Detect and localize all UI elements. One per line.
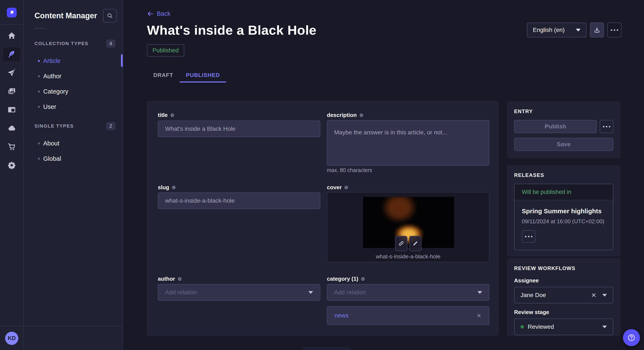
cover-field-label: cover — [327, 184, 348, 191]
assignee-select[interactable]: Jane Doe — [514, 287, 613, 303]
clear-assignee-icon[interactable] — [591, 292, 597, 298]
search-icon — [107, 12, 113, 19]
locale-value: English (en) — [533, 26, 564, 33]
single-types-list: About Global — [24, 136, 123, 166]
user-avatar[interactable]: KD — [5, 332, 18, 345]
nav-item-label: Global — [43, 155, 61, 162]
field-label-text: author — [158, 276, 175, 282]
description-textarea[interactable]: Maybe the answer is in this article, or … — [327, 120, 490, 166]
content-manager-sidebar: Content Manager COLLECTION TYPES 4 Artic… — [24, 0, 123, 350]
sidebar-item-releases[interactable] — [3, 66, 20, 80]
title-field-label: title — [158, 112, 174, 118]
sidebar-item-category[interactable]: Category — [24, 84, 123, 99]
description-helper: max. 80 characters — [327, 167, 372, 173]
cloud-icon — [7, 124, 16, 133]
sidebar-item-author[interactable]: Author — [24, 68, 123, 84]
sidebar-item-content-type-builder[interactable] — [3, 103, 20, 117]
collapsed-panel-peek[interactable] — [302, 347, 352, 350]
bullet-icon — [38, 60, 40, 62]
tab-published[interactable]: PUBLISHED — [180, 68, 226, 82]
category-relation-item: news — [327, 306, 490, 325]
search-button[interactable] — [103, 9, 117, 22]
strapi-logo-icon — [9, 10, 14, 15]
edit-media-button[interactable] — [409, 236, 422, 251]
edit-form-panel: title What's inside a Black Hole descrip… — [147, 101, 498, 336]
strapi-logo[interactable] — [7, 8, 16, 17]
locale-select[interactable]: English (en) — [527, 22, 586, 37]
globe-icon — [172, 185, 176, 190]
more-icon — [603, 126, 610, 127]
help-button[interactable] — [623, 329, 640, 346]
tab-draft[interactable]: DRAFT — [147, 68, 180, 82]
more-actions-button[interactable] — [607, 22, 622, 37]
collection-types-count-badge: 4 — [106, 39, 116, 48]
sidebar-item-deploy[interactable] — [3, 121, 20, 135]
back-link[interactable]: Back — [147, 10, 170, 17]
release-more-button[interactable] — [522, 230, 536, 243]
bullet-icon — [38, 75, 40, 77]
sidebar-item-media-library[interactable] — [3, 84, 20, 98]
chevron-down-icon — [308, 291, 313, 294]
entry-panel: ENTRY Publish Save — [507, 101, 620, 158]
field-label-text: category (1) — [327, 276, 358, 282]
entry-more-button[interactable] — [600, 120, 613, 133]
assignee-label: Assignee — [514, 277, 613, 284]
nav-item-label: Category — [43, 88, 68, 95]
gear-icon — [7, 161, 16, 170]
sidebar-item-article[interactable]: Article — [24, 53, 123, 68]
description-field-label: description — [327, 112, 364, 118]
layout-icon — [7, 105, 16, 114]
pictures-icon — [7, 87, 16, 96]
review-heading: REVIEW WORKFLOWS — [514, 265, 613, 271]
category-field-label: category (1) — [327, 276, 365, 282]
page-title: What's inside a Black Hole — [147, 22, 316, 38]
category-placeholder: Add relation — [334, 289, 366, 296]
author-relation-select[interactable]: Add relation — [158, 284, 320, 301]
category-relation-select[interactable]: Add relation — [327, 284, 490, 301]
download-icon — [594, 26, 600, 33]
sidebar-item-global[interactable]: Global — [24, 151, 123, 166]
bullet-icon — [38, 106, 40, 108]
sidebar-item-settings[interactable] — [3, 159, 20, 172]
remove-relation-icon[interactable] — [476, 313, 482, 318]
nav-item-label: About — [43, 140, 60, 147]
version-tabs: DRAFT PUBLISHED — [147, 68, 226, 82]
rail-divider — [0, 24, 24, 25]
rail-nav — [3, 29, 20, 172]
relation-link-news[interactable]: news — [334, 312, 348, 319]
save-button[interactable]: Save — [514, 138, 613, 151]
sidebar-item-user[interactable]: User — [24, 99, 123, 114]
section-label-collection-types: COLLECTION TYPES — [34, 41, 88, 46]
nav-item-label: Author — [43, 73, 61, 80]
header-actions: English (en) — [527, 22, 622, 37]
slug-input[interactable]: what-s-inside-a-black-hole — [158, 192, 320, 209]
stage-value: Reviewed — [528, 324, 602, 330]
globe-icon — [359, 113, 364, 117]
collection-types-list: Article Author Category User — [24, 53, 123, 114]
publish-button[interactable]: Publish — [514, 120, 597, 133]
review-stage-select[interactable]: Reviewed — [514, 319, 613, 335]
sidebar-item-about[interactable]: About — [24, 136, 123, 151]
sidebar-item-home[interactable] — [3, 29, 20, 42]
sidebar-item-marketplace[interactable] — [3, 140, 20, 154]
review-stage-label: Review stage — [514, 309, 613, 316]
field-label-text: description — [327, 112, 357, 118]
title-input[interactable]: What's inside a Black Hole — [158, 121, 320, 137]
sidebar-rule — [34, 28, 45, 28]
releases-heading: RELEASES — [514, 172, 613, 178]
active-item-indicator — [121, 54, 123, 67]
globe-icon — [361, 277, 365, 281]
question-icon — [627, 334, 636, 342]
copy-link-button[interactable] — [395, 236, 408, 251]
export-button[interactable] — [590, 22, 604, 37]
chevron-down-icon — [602, 326, 607, 328]
more-icon — [611, 29, 618, 31]
main-nav-rail: KD — [0, 0, 24, 350]
slug-input-value: what-s-inside-a-black-hole — [165, 197, 235, 204]
pencil-icon — [412, 240, 418, 246]
sidebar-title: Content Manager — [34, 11, 97, 20]
status-badge: Published — [147, 44, 184, 57]
send-icon — [7, 68, 16, 77]
arrow-left-icon — [147, 10, 154, 17]
sidebar-item-content-manager[interactable] — [3, 47, 20, 61]
